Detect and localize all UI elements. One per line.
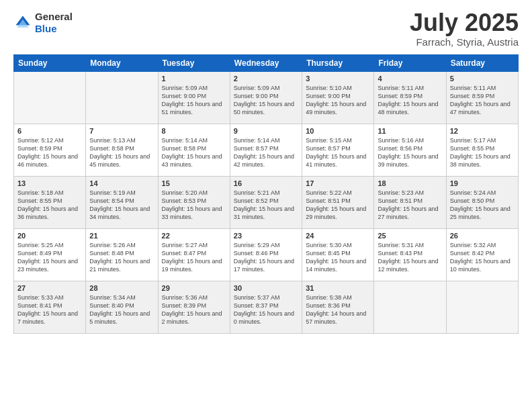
day-number: 28 <box>89 284 154 292</box>
daylight-text: Daylight: 15 hours and 39 minutes. <box>378 153 438 168</box>
sunrise-text: Sunrise: 5:09 AM <box>234 85 280 91</box>
daylight-text: Daylight: 15 hours and 47 minutes. <box>450 101 511 116</box>
day-info: Sunrise: 5:18 AMSunset: 8:55 PMDaylight:… <box>17 189 82 222</box>
day-number: 19 <box>450 179 515 187</box>
day-number: 4 <box>378 75 442 83</box>
sunrise-text: Sunrise: 5:27 AM <box>162 242 208 248</box>
day-info: Sunrise: 5:09 AMSunset: 9:00 PMDaylight:… <box>234 84 298 117</box>
day-info: Sunrise: 5:24 AMSunset: 8:50 PMDaylight:… <box>450 189 515 222</box>
day-number: 26 <box>450 232 515 240</box>
sunset-text: Sunset: 8:55 PM <box>17 197 62 204</box>
calendar-row: 1Sunrise: 5:09 AMSunset: 9:00 PMDaylight… <box>14 72 519 124</box>
sunset-text: Sunset: 8:43 PM <box>378 250 423 257</box>
day-number: 29 <box>162 284 226 292</box>
day-info: Sunrise: 5:33 AMSunset: 8:41 PMDaylight:… <box>17 293 82 326</box>
sunset-text: Sunset: 8:54 PM <box>89 197 134 204</box>
day-number: 7 <box>89 127 154 135</box>
day-number: 21 <box>89 232 154 240</box>
sunset-text: Sunset: 9:00 PM <box>162 93 207 99</box>
sunset-text: Sunset: 9:00 PM <box>306 93 351 99</box>
day-number: 8 <box>162 127 226 135</box>
sunset-text: Sunset: 8:37 PM <box>234 302 279 309</box>
daylight-text: Daylight: 15 hours and 14 minutes. <box>306 258 366 273</box>
calendar-cell: 27Sunrise: 5:33 AMSunset: 8:41 PMDayligh… <box>14 281 86 334</box>
sunrise-text: Sunrise: 5:23 AM <box>378 189 424 196</box>
day-info: Sunrise: 5:21 AMSunset: 8:52 PMDaylight:… <box>234 189 298 222</box>
logo-general-text: General <box>35 11 73 22</box>
sunrise-text: Sunrise: 5:16 AM <box>378 137 424 144</box>
sunset-text: Sunset: 8:55 PM <box>450 145 495 152</box>
calendar-table: Sunday Monday Tuesday Wednesday Thursday… <box>13 54 519 334</box>
daylight-text: Daylight: 15 hours and 29 minutes. <box>306 205 366 220</box>
daylight-text: Daylight: 15 hours and 34 minutes. <box>89 205 150 220</box>
calendar-cell: 5Sunrise: 5:11 AMSunset: 8:59 PMDaylight… <box>446 72 518 124</box>
daylight-text: Daylight: 15 hours and 46 minutes. <box>17 153 78 168</box>
sunset-text: Sunset: 8:42 PM <box>450 250 495 257</box>
calendar-cell: 6Sunrise: 5:12 AMSunset: 8:59 PMDaylight… <box>14 124 86 177</box>
calendar-cell: 15Sunrise: 5:20 AMSunset: 8:53 PMDayligh… <box>158 177 230 229</box>
sunset-text: Sunset: 8:49 PM <box>17 250 62 257</box>
day-info: Sunrise: 5:32 AMSunset: 8:42 PMDaylight:… <box>450 241 515 274</box>
sunset-text: Sunset: 8:48 PM <box>89 250 134 257</box>
header-friday: Friday <box>374 55 446 72</box>
calendar-cell: 9Sunrise: 5:14 AMSunset: 8:57 PMDaylight… <box>230 124 302 177</box>
daylight-text: Daylight: 15 hours and 19 minutes. <box>162 258 222 273</box>
sunset-text: Sunset: 8:39 PM <box>162 302 207 309</box>
sunset-text: Sunset: 8:59 PM <box>450 93 495 99</box>
sunrise-text: Sunrise: 5:31 AM <box>378 242 424 248</box>
sunset-text: Sunset: 8:46 PM <box>234 250 279 257</box>
weekday-header-row: Sunday Monday Tuesday Wednesday Thursday… <box>14 55 519 72</box>
sunrise-text: Sunrise: 5:11 AM <box>378 85 424 91</box>
sunset-text: Sunset: 8:36 PM <box>306 302 351 309</box>
day-info: Sunrise: 5:12 AMSunset: 8:59 PMDaylight:… <box>17 136 82 169</box>
sunrise-text: Sunrise: 5:17 AM <box>450 137 496 144</box>
day-info: Sunrise: 5:29 AMSunset: 8:46 PMDaylight:… <box>234 241 298 274</box>
day-info: Sunrise: 5:31 AMSunset: 8:43 PMDaylight:… <box>378 241 442 274</box>
day-info: Sunrise: 5:22 AMSunset: 8:51 PMDaylight:… <box>306 189 370 222</box>
day-number: 1 <box>162 75 226 83</box>
calendar-cell: 17Sunrise: 5:22 AMSunset: 8:51 PMDayligh… <box>302 177 374 229</box>
sunrise-text: Sunrise: 5:15 AM <box>306 137 352 144</box>
daylight-text: Daylight: 15 hours and 27 minutes. <box>378 205 438 220</box>
calendar-cell: 22Sunrise: 5:27 AMSunset: 8:47 PMDayligh… <box>158 229 230 281</box>
daylight-text: Daylight: 15 hours and 49 minutes. <box>306 101 366 116</box>
calendar-row: 20Sunrise: 5:25 AMSunset: 8:49 PMDayligh… <box>14 229 519 281</box>
day-number: 2 <box>234 75 298 83</box>
logo: General Blue <box>13 11 73 35</box>
sunrise-text: Sunrise: 5:10 AM <box>306 85 352 91</box>
calendar-cell: 14Sunrise: 5:19 AMSunset: 8:54 PMDayligh… <box>86 177 158 229</box>
sunset-text: Sunset: 8:59 PM <box>378 93 423 99</box>
sunrise-text: Sunrise: 5:18 AM <box>17 189 64 196</box>
day-number: 10 <box>306 127 370 135</box>
sunrise-text: Sunrise: 5:12 AM <box>17 137 64 144</box>
day-number: 24 <box>306 232 370 240</box>
sunrise-text: Sunrise: 5:22 AM <box>306 189 352 196</box>
day-info: Sunrise: 5:25 AMSunset: 8:49 PMDaylight:… <box>17 241 82 274</box>
sunrise-text: Sunrise: 5:20 AM <box>162 189 208 196</box>
day-number: 14 <box>89 179 154 187</box>
sunrise-text: Sunrise: 5:13 AM <box>89 137 136 144</box>
calendar-cell: 3Sunrise: 5:10 AMSunset: 9:00 PMDaylight… <box>302 72 374 124</box>
day-number: 25 <box>378 232 442 240</box>
daylight-text: Daylight: 15 hours and 2 minutes. <box>162 310 222 325</box>
sunrise-text: Sunrise: 5:24 AM <box>450 189 496 196</box>
calendar-cell: 16Sunrise: 5:21 AMSunset: 8:52 PMDayligh… <box>230 177 302 229</box>
sunrise-text: Sunrise: 5:36 AM <box>162 294 208 301</box>
sunrise-text: Sunrise: 5:34 AM <box>89 294 136 301</box>
sunset-text: Sunset: 8:56 PM <box>378 145 423 152</box>
sunset-text: Sunset: 8:41 PM <box>17 302 62 309</box>
sunrise-text: Sunrise: 5:33 AM <box>17 294 64 301</box>
calendar-cell: 7Sunrise: 5:13 AMSunset: 8:58 PMDaylight… <box>86 124 158 177</box>
daylight-text: Daylight: 15 hours and 42 minutes. <box>234 153 294 168</box>
sunset-text: Sunset: 8:51 PM <box>306 197 351 204</box>
day-number: 16 <box>234 179 298 187</box>
calendar-cell <box>14 72 86 124</box>
calendar-cell: 20Sunrise: 5:25 AMSunset: 8:49 PMDayligh… <box>14 229 86 281</box>
header-saturday: Saturday <box>446 55 518 72</box>
daylight-text: Daylight: 14 hours and 57 minutes. <box>306 310 366 325</box>
sunset-text: Sunset: 8:50 PM <box>450 197 495 204</box>
day-info: Sunrise: 5:30 AMSunset: 8:45 PMDaylight:… <box>306 241 370 274</box>
location-title: Farrach, Styria, Austria <box>410 36 519 48</box>
calendar-row: 6Sunrise: 5:12 AMSunset: 8:59 PMDaylight… <box>14 124 519 177</box>
page: General Blue July 2025 Farrach, Styria, … <box>0 0 532 411</box>
